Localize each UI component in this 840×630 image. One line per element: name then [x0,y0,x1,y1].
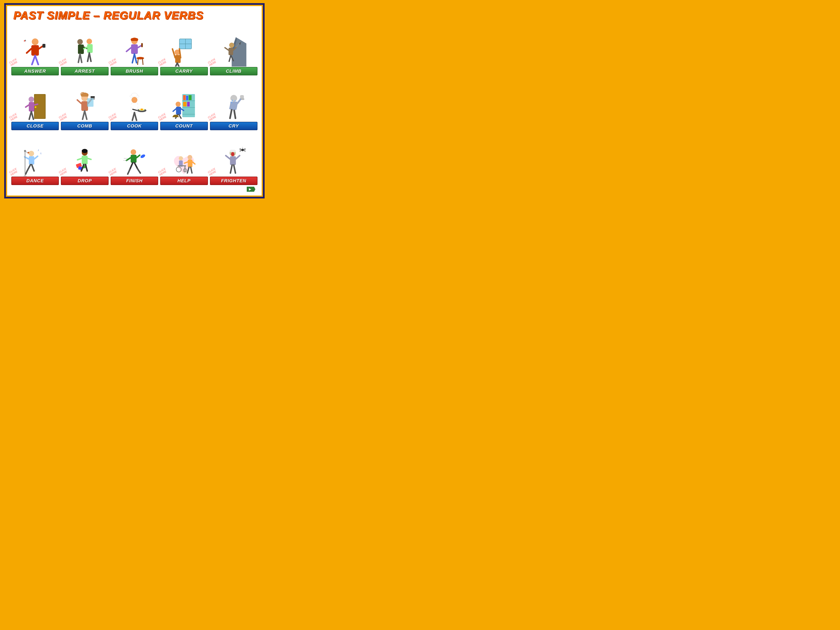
inner-container: PAST SIMPLE – REGULAR VERBS [7,6,262,196]
illustration-dance: ♪ ♫ [11,132,59,176]
svg-rect-9 [78,44,84,54]
illustration-carry: CLICKHERE [160,23,208,66]
svg-line-131 [130,163,133,169]
label-cry[interactable]: CRY [210,122,257,130]
svg-rect-65 [87,98,94,107]
svg-line-132 [128,169,130,174]
svg-line-156 [234,165,235,173]
svg-point-75 [141,109,143,110]
svg-line-97 [230,110,232,118]
cell-drop: CLICKHERE DROP [61,132,108,185]
svg-rect-12 [87,44,93,53]
svg-rect-45 [35,95,45,118]
svg-line-55 [77,100,82,104]
cell-brush: CLICKHERE BRUSH [111,23,158,76]
illustration-cook: CLICKHERE [111,77,158,122]
svg-text:📣: 📣 [24,39,26,42]
svg-line-110 [32,165,34,171]
cell-cry: CLICKHERE CRY [210,77,257,130]
svg-point-157 [241,149,244,151]
svg-rect-48 [29,102,34,112]
illustration-climb: CLICKHERE [210,23,257,66]
svg-rect-22 [141,43,143,47]
svg-line-133 [134,163,137,169]
svg-point-37 [229,43,234,48]
label-carry[interactable]: CARRY [160,67,208,76]
svg-point-100 [235,100,235,102]
svg-rect-128 [131,155,136,163]
svg-rect-145 [188,159,193,167]
label-climb[interactable]: CLIMB [210,67,257,76]
svg-line-121 [88,158,91,159]
svg-line-52 [31,112,33,119]
svg-line-107 [34,156,38,159]
svg-point-101 [231,101,232,104]
label-frighten[interactable]: FRIGHTEN [210,177,257,185]
illustration-frighten: CLICKHERE [210,132,257,176]
label-brush[interactable]: BRUSH [111,67,158,76]
svg-rect-85 [183,102,186,106]
illustration-arrest: CLICKHERE [61,23,108,66]
illustration-brush: CLICKHERE [111,23,158,66]
svg-line-49 [34,104,38,105]
illustration-count: CLICKHERE [160,77,208,122]
label-help[interactable]: HELP [160,177,208,185]
cell-frighten: CLICKHERE FRIGHTEN [210,132,257,185]
svg-line-98 [234,111,235,118]
svg-line-77 [134,112,136,120]
page-title: PAST SIMPLE – REGULAR VERBS [11,9,257,21]
svg-point-93 [231,95,237,102]
svg-line-115 [25,151,28,153]
svg-line-158 [240,148,241,149]
illustration-help: CLICKHERE [160,132,208,176]
cell-cook: CLICKHERE COOK [111,77,158,130]
svg-line-92 [179,115,181,118]
bottom-bar: ▶ [11,186,257,192]
main-grid: 📣 CLICKHERE ANSWER [11,23,257,185]
label-answer[interactable]: ANSWER [11,67,59,76]
svg-point-47 [28,96,34,102]
label-dance[interactable]: DANCE [11,177,59,185]
svg-line-120 [78,158,82,160]
label-close[interactable]: CLOSE [11,122,59,130]
next-button[interactable]: ▶ [247,187,255,192]
svg-point-46 [35,106,36,108]
svg-point-25 [136,57,144,59]
cell-carry: CLICKHERE CARRY [160,23,208,76]
svg-line-2 [27,49,31,53]
svg-line-6 [35,56,38,65]
cell-answer: 📣 CLICKHERE ANSWER [11,23,59,76]
label-finish[interactable]: FINISH [111,177,158,185]
svg-rect-119 [82,156,88,164]
svg-line-15 [80,54,82,62]
label-count[interactable]: COUNT [160,122,208,130]
svg-point-127 [131,149,136,155]
svg-line-24 [134,54,136,63]
label-comb[interactable]: COMB [61,122,108,130]
svg-line-109 [25,171,27,174]
svg-line-162 [244,150,246,150]
svg-line-36 [177,63,179,66]
svg-line-154 [236,156,240,159]
label-drop[interactable]: DROP [61,177,108,185]
illustration-comb: CLICKHERE [61,77,108,122]
svg-rect-54 [82,101,88,111]
svg-line-27 [142,58,143,65]
label-arrest[interactable]: ARREST [61,67,108,76]
svg-point-0 [32,38,38,45]
svg-text:♫: ♫ [40,152,41,155]
svg-rect-69 [131,103,138,112]
svg-point-68 [131,97,137,103]
svg-point-135 [140,154,146,159]
cell-comb: CLICKHERE COMB [61,77,108,130]
svg-line-70 [126,106,131,108]
label-cook[interactable]: COOK [111,122,158,130]
svg-rect-57 [91,96,95,98]
svg-point-8 [77,39,83,44]
cell-help: CLICKHERE HELP [160,132,208,185]
cell-dance: ♪ ♫ [11,132,59,185]
svg-rect-82 [183,95,186,100]
svg-point-116 [27,152,29,153]
svg-line-153 [226,156,230,159]
svg-line-50 [25,105,29,107]
